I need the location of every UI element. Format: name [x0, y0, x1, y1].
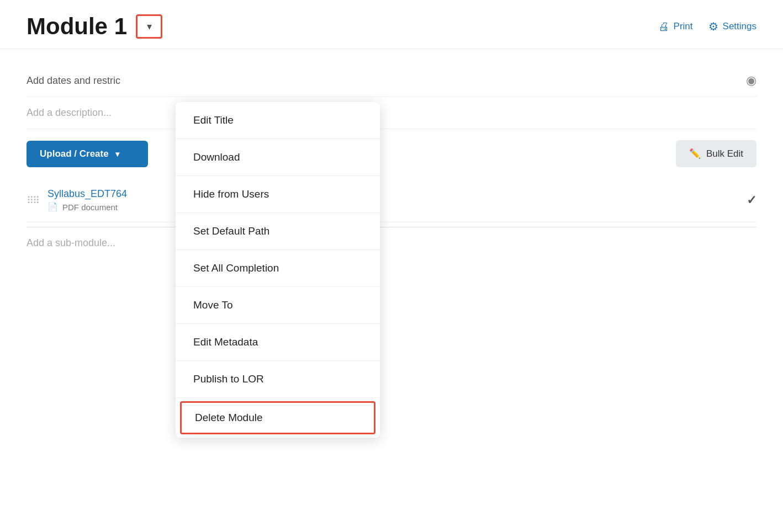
document-icon: 📄 [47, 202, 58, 212]
page-title: Module 1 [27, 13, 127, 40]
header-left: Module 1 ▾ [27, 13, 162, 40]
dropdown-item-set-all-completion[interactable]: Set All Completion [176, 250, 380, 287]
drag-handle-icon[interactable]: ⠿⠿ [27, 194, 39, 206]
dropdown-item-download[interactable]: Download [176, 139, 380, 176]
file-type-row: 📄 PDF document [47, 202, 127, 212]
dropdown-item-edit-title[interactable]: Edit Title [176, 102, 380, 139]
actions-row: Upload / Create ▾ ✏️ Bulk Edit [27, 129, 756, 178]
upload-create-button[interactable]: Upload / Create ▾ [27, 141, 148, 167]
settings-label: Settings [723, 21, 756, 32]
dropdown-item-publish-to-lor[interactable]: Publish to LOR [176, 361, 380, 398]
file-type-label: PDF document [62, 203, 118, 212]
upload-create-label: Upload / Create [40, 148, 109, 159]
gear-icon: ⚙ [708, 20, 718, 33]
dropdown-item-set-default-path[interactable]: Set Default Path [176, 213, 380, 250]
eye-icon[interactable]: ◉ [746, 73, 756, 88]
bulk-edit-button[interactable]: ✏️ Bulk Edit [676, 140, 756, 167]
bulk-edit-label: Bulk Edit [706, 148, 743, 159]
file-info: Syllabus_EDT764 📄 PDF document [47, 188, 127, 212]
add-description[interactable]: Add a description... [27, 97, 756, 129]
dropdown-item-hide-from-users[interactable]: Hide from Users [176, 176, 380, 213]
dropdown-item-edit-metadata[interactable]: Edit Metadata [176, 324, 380, 361]
dropdown-menu: Edit Title Download Hide from Users Set … [176, 102, 380, 438]
dropdown-item-delete-module[interactable]: Delete Module [180, 401, 375, 434]
module-dropdown-trigger[interactable]: ▾ [136, 14, 162, 39]
add-dates-text[interactable]: Add dates and restric [27, 75, 120, 87]
print-button[interactable]: 🖨 Print [658, 20, 693, 33]
chevron-down-icon: ▾ [115, 150, 119, 158]
main-content: Add dates and restric ◉ Add a descriptio… [0, 49, 783, 274]
file-name-link[interactable]: Syllabus_EDT764 [47, 188, 127, 200]
settings-button[interactable]: ⚙ Settings [708, 20, 756, 33]
chevron-down-icon: ▾ [147, 20, 152, 33]
file-item: ⠿⠿ Syllabus_EDT764 📄 PDF document ✓ [27, 178, 756, 222]
header-right: 🖨 Print ⚙ Settings [658, 20, 756, 33]
page-header: Module 1 ▾ 🖨 Print ⚙ Settings [0, 0, 783, 49]
pencil-icon: ✏️ [689, 148, 701, 159]
add-dates-row: Add dates and restric ◉ [27, 65, 756, 97]
add-submodule[interactable]: Add a sub-module... [27, 227, 756, 259]
print-icon: 🖨 [658, 20, 669, 33]
print-label: Print [674, 21, 693, 32]
completion-checkmark: ✓ [747, 193, 756, 208]
dropdown-item-move-to[interactable]: Move To [176, 287, 380, 324]
